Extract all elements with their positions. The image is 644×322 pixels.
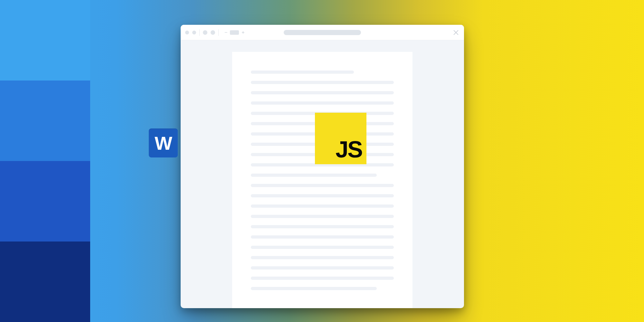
text-placeholder-line [251,204,394,208]
address-bar-placeholder[interactable] [284,30,361,35]
text-placeholder-line [251,194,394,197]
stripe-2 [0,80,90,161]
zoom-plus-icon[interactable]: + [242,30,244,35]
zoom-controls: − + [224,30,245,35]
window-titlebar: − + [181,25,464,40]
text-placeholder-line [251,91,394,94]
browser-window: − + [181,25,464,308]
text-placeholder-line [251,215,394,218]
traffic-dot[interactable] [185,31,189,34]
microsoft-word-icon: W [149,128,178,157]
text-placeholder-line [251,235,394,239]
text-placeholder-line [251,256,394,259]
stripe-4 [0,242,90,322]
nav-back-icon[interactable] [203,30,207,35]
text-placeholder-line [251,174,377,177]
traffic-dot[interactable] [192,31,196,34]
blue-stripe-stack [0,0,90,322]
text-placeholder-line [251,225,394,228]
js-logo-letters: JS [336,138,362,161]
javascript-icon: JS [315,113,366,164]
titlebar-separator [218,29,219,36]
stripe-1 [0,0,90,80]
titlebar-separator [199,29,200,36]
text-placeholder-line [251,81,394,84]
word-logo-letter: W [155,132,172,154]
document-viewport [181,40,464,308]
stripe-3 [0,161,90,242]
text-placeholder-line [251,101,394,105]
text-placeholder-line [251,246,394,249]
nav-forward-icon[interactable] [211,30,215,35]
close-icon[interactable] [453,30,459,35]
zoom-minus-icon[interactable]: − [224,30,227,35]
traffic-light-dots [185,31,196,34]
text-placeholder-line [251,266,394,270]
text-placeholder-line [251,71,354,74]
text-placeholder-line [251,287,377,290]
text-placeholder-line [251,184,394,187]
zoom-level-bar [230,30,239,35]
nav-dots [203,30,215,35]
document-page [232,52,412,308]
text-placeholder-line [251,277,394,280]
